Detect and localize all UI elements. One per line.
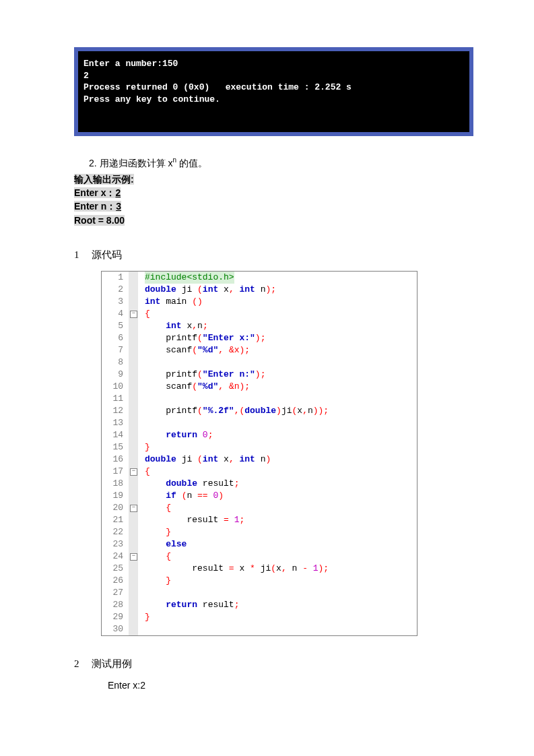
punct: { [145,466,150,476]
punct: } [166,575,171,586]
line-number: 27 [102,587,129,599]
id-x: x [297,406,302,416]
punct: ; [234,478,240,489]
indent [145,527,166,537]
id-scanf: scanf [166,381,192,391]
indent [145,333,166,343]
code-line: 8 [102,356,417,369]
kw-if: if [166,491,176,501]
line-number: 23 [102,538,129,550]
line-number: 6 [102,332,129,344]
punct: ; [261,369,266,379]
id-x: x [224,284,229,294]
indent [145,406,166,416]
num-zero: 0 [203,430,208,440]
kw-int: int [166,321,181,331]
line-number: 26 [102,575,129,587]
punct: ( [271,563,276,573]
op-eq: = [224,563,239,573]
id-result: result [192,563,224,573]
fold-toggle-icon[interactable]: − [130,553,137,561]
section-source-code: 1 源代码 [74,249,473,261]
id-result: result [187,515,218,525]
line-number: 22 [102,526,129,538]
num-one: 1 [313,563,319,573]
str-literal: "Enter x:" [203,333,255,343]
punct: } [145,612,150,622]
line-number: 19 [102,490,129,502]
section-label: 测试用例 [92,658,132,669]
code-line: 22 } [102,526,417,538]
line-number: 2 [102,284,129,296]
id-n: n [197,321,203,331]
line-number: 30 [102,623,129,635]
id-printf: printf [166,369,197,379]
id-printf: printf [166,406,197,416]
punct: ( [197,454,203,464]
code-line: 25 result = x * ji(x, n - 1); [102,563,417,575]
io-enter-x-label: Enter x： [74,187,115,198]
line-number: 20 [102,502,129,514]
id-x: x [276,563,281,573]
code-line: 6 printf("Enter x:"); [102,332,417,344]
code-line: 7 scanf("%d", &x); [102,344,417,356]
code-line: 12 printf("%.2f",(double)ji(x,n)); [102,405,417,417]
line-number: 18 [102,478,129,490]
punct: , [218,381,229,391]
code-line: 19 if (n == 0) [102,490,417,502]
fold-toggle-icon[interactable]: − [130,311,137,318]
problem-text: 用递归函数计算 x [100,158,173,168]
console-window: Enter a number:150 2 Process returned 0 … [74,47,473,136]
line-number: 16 [102,453,129,466]
indent [145,491,166,501]
id-ji: ji [182,284,193,294]
code-line: 15 } [102,441,417,453]
str-literal: "%d" [197,345,218,355]
punct: , [229,284,240,294]
code-line: 13 [102,417,417,429]
code-line: 4 − { [102,308,417,320]
line-number: 7 [102,344,129,356]
indent [145,381,166,391]
code-line: 26 } [102,575,417,587]
punct: , [281,563,292,573]
io-enter-n-label: Enter n： [74,201,116,212]
fold-gutter [129,272,138,284]
amp-x: &x [229,345,240,355]
io-example-label: 输入输出示例: [74,174,134,185]
code-line: 20 − { [102,502,417,514]
punct: ; [208,430,213,440]
punct: ; [244,381,250,391]
indent [145,321,166,331]
punct: ) [255,333,261,343]
punct: ( [192,345,197,355]
indent [145,563,187,573]
id-ji: ji [281,406,292,416]
fold-toggle-icon[interactable]: − [130,505,137,512]
id-n: n [308,406,313,416]
code-line: 17 − { [102,466,417,478]
section-number: 1 [74,249,89,261]
preproc-include: #include<stdio.h> [145,272,234,282]
section-test-cases: 2 测试用例 [74,658,473,670]
punct: ; [244,345,250,355]
kw-int: int [145,296,160,307]
code-line: 21 result = 1; [102,514,417,526]
line-number: 17 [102,466,129,478]
io-enter-x-value: 2 [115,187,121,198]
id-result: result [203,600,234,610]
punct: ; [239,515,244,525]
fold-toggle-icon[interactable]: − [130,468,137,476]
kw-double: double [145,284,176,294]
punct: { [166,551,171,561]
id-n: n [261,454,266,464]
indent [145,551,166,561]
punct: ; [261,333,266,343]
punct: { [166,503,171,513]
line-number: 28 [102,599,129,611]
indent [145,539,166,549]
code-editor[interactable]: 1 #include<stdio.h> 2 double ji (int x, … [101,271,418,636]
line-number: 8 [102,356,129,369]
line-number: 24 [102,550,129,563]
kw-return: return [166,430,197,440]
